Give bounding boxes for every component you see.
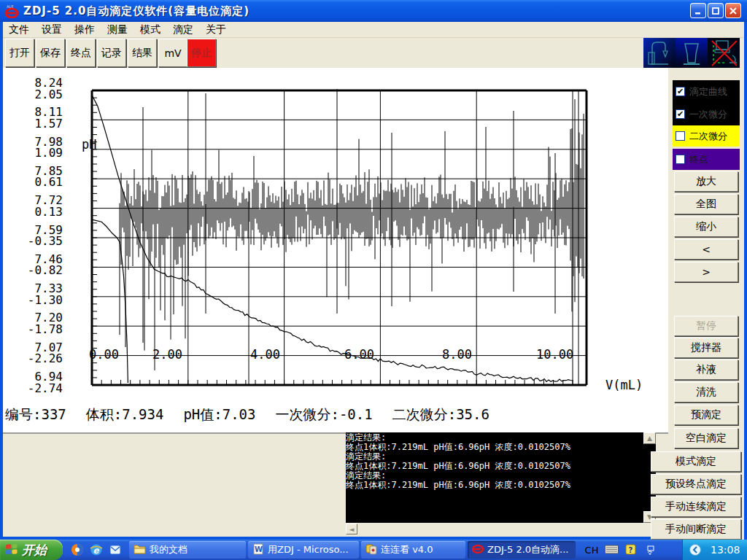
side-button->[interactable]: > — [674, 262, 738, 282]
clock[interactable]: 13:08 — [711, 544, 740, 556]
maximize-button[interactable] — [708, 3, 724, 18]
status-field-二次微分: 二次微分:35.6 — [392, 405, 489, 424]
y-axis-label-pair-8.11: 8.11 1.57 — [18, 106, 63, 129]
y-axis-label-pair-7.46: 7.46 -0.82 — [18, 254, 63, 276]
toolbar-button-终点[interactable]: 终点 — [66, 39, 96, 67]
x-axis-tick-0.00: 0.00 — [89, 347, 119, 362]
side-button-暂停: 暂停 — [674, 316, 738, 336]
side-button-空白滴定[interactable]: 空白滴定 — [674, 428, 738, 448]
keyboard-icon[interactable] — [604, 542, 619, 557]
side-button-补液[interactable]: 补液 — [674, 359, 738, 380]
toolbar-button-保存[interactable]: 保存 — [36, 39, 65, 67]
toolbar-button-结果[interactable]: 结果 — [128, 39, 157, 67]
task-button-ZDJ-5 2.0自动滴...[interactable]: ZDJ-5 2.0自动滴... — [468, 541, 576, 559]
status-field-pH值: pH值:7.03 — [183, 405, 255, 424]
x-axis-tick-10.00: 10.00 — [536, 347, 573, 362]
screen: ALE ZDJ-5 2.0自动滴定仪软件(容量电位滴定) 文件设置操作测量模式滴… — [0, 0, 747, 560]
minimize-button[interactable] — [690, 3, 706, 18]
burette-stand-icon — [643, 38, 676, 68]
help-icon[interactable]: ? — [623, 542, 638, 557]
language-indicator[interactable]: CH — [584, 542, 600, 557]
menu-item-操作[interactable]: 操作 — [74, 23, 95, 36]
y-axis-label-pair-7.20: 7.20 -1.78 — [18, 312, 63, 335]
status-field-一次微分: 一次微分:-0.1 — [275, 405, 372, 424]
task-label: 用ZDJ - Microso... — [268, 543, 349, 556]
toolbar-button-mV[interactable]: mV — [158, 39, 187, 67]
checkbox-二次微分[interactable] — [676, 131, 685, 141]
side-button-缩小[interactable]: 缩小 — [674, 217, 738, 237]
task-button-我的文档[interactable]: 我的文档 — [129, 541, 246, 559]
menu-item-滴定[interactable]: 滴定 — [173, 23, 193, 36]
app-logo-icon: ALE — [4, 4, 19, 18]
svg-text:W: W — [255, 545, 263, 553]
word-icon: W — [252, 543, 264, 557]
close-button[interactable] — [725, 3, 741, 18]
scroll-left-button[interactable]: ◄ — [346, 524, 357, 534]
legend-row-终点: 终点 — [673, 149, 740, 170]
menu-item-文件[interactable]: 文件 — [9, 23, 29, 36]
collapse-window-icon[interactable] — [642, 542, 657, 557]
toolbar-graphics — [643, 38, 740, 68]
taskbar: 开始 13:08 e我的文档W用ZDJ - Microso...连连看 v4.0… — [0, 540, 747, 560]
side-button-清洗[interactable]: 清洗 — [674, 382, 738, 402]
status-field-体积: 体积:7.934 — [86, 405, 164, 424]
side-button-放大[interactable]: 放大 — [674, 171, 738, 192]
beaker-icon — [676, 38, 708, 68]
results-console: 滴定结果: 终点1体积:7.219mL pH值:6.96pH 浓度:0.0102… — [346, 432, 656, 523]
legend-label-终点: 终点 — [689, 153, 708, 166]
start-button[interactable]: 开始 — [0, 540, 63, 560]
toolbar-button-打开[interactable]: 打开 — [5, 39, 34, 67]
wmp-icon[interactable] — [69, 542, 85, 557]
titlebar[interactable]: ALE ZDJ-5 2.0自动滴定仪软件(容量电位滴定) — [0, 0, 747, 22]
toolbar-stop-button[interactable]: 停止 — [187, 39, 216, 67]
scroll-up-button[interactable]: ▲ — [643, 432, 656, 444]
side-button-手动连续滴定[interactable]: 手动连续滴定 — [651, 497, 741, 517]
task-label: 我的文档 — [150, 543, 187, 556]
y-axis-label-pair-7.07: 7.07 -2.26 — [18, 342, 63, 365]
system-tray: 13:08 — [682, 540, 747, 560]
legend-row-一次微分: ✔一次微分 — [673, 103, 740, 125]
msn-icon[interactable] — [107, 542, 123, 557]
task-button-用ZDJ - Microso...[interactable]: W用ZDJ - Microso... — [248, 541, 359, 559]
menu-item-模式[interactable]: 模式 — [140, 23, 160, 36]
x-axis-tick-2.00: 2.00 — [152, 347, 182, 362]
y-axis-label-pair-7.59: 7.59 -0.35 — [18, 225, 63, 247]
menubar: 文件设置操作测量模式滴定关于 — [3, 22, 744, 38]
no-curve-icon — [708, 38, 740, 68]
side-button-预滴定[interactable]: 预滴定 — [674, 405, 738, 425]
toolbar: 打开保存终点记录结果mV停止 — [3, 38, 744, 68]
menu-item-关于[interactable]: 关于 — [206, 23, 226, 36]
toolbar-button-记录[interactable]: 记录 — [97, 39, 126, 67]
y-axis-label-pair-7.98: 7.98 1.09 — [18, 136, 63, 159]
start-label: 开始 — [22, 542, 47, 559]
task-label: 连连看 v4.0 — [381, 543, 433, 556]
hide-icons-button[interactable] — [689, 543, 702, 556]
status-field-编号: 编号:337 — [5, 405, 66, 424]
side-button-预设终点滴定[interactable]: 预设终点滴定 — [651, 474, 741, 494]
task-button-连连看 v4.0[interactable]: 连连看 v4.0 — [361, 541, 465, 559]
checkbox-一次微分[interactable]: ✔ — [676, 109, 685, 119]
console-text: 滴定结果: 终点1体积:7.219mL pH值:6.96pH 浓度:0.0102… — [346, 433, 641, 490]
x-axis-tick-6.00: 6.00 — [344, 347, 374, 362]
side-button-手动间断滴定[interactable]: 手动间断滴定 — [651, 519, 741, 540]
task-label: ZDJ-5 2.0自动滴... — [487, 543, 568, 556]
side-button-搅拌器[interactable]: 搅拌器 — [674, 338, 738, 358]
status-line: 编号:337体积:7.934pH值:7.03一次微分:-0.1二次微分:35.6 — [5, 405, 489, 424]
game-icon — [365, 543, 377, 557]
y-axis-label-pair-7.85: 7.85 0.61 — [18, 166, 63, 188]
app-window: ALE ZDJ-5 2.0自动滴定仪软件(容量电位滴定) 文件设置操作测量模式滴… — [0, 0, 747, 540]
ie-icon[interactable]: e — [88, 542, 104, 557]
side-button-全图[interactable]: 全图 — [674, 194, 738, 214]
side-button-<[interactable]: < — [674, 239, 738, 260]
y-axis-label-pair-6.94: 6.94 -2.74 — [18, 371, 63, 394]
legend-label-一次微分: 一次微分 — [689, 108, 727, 121]
legend-row-滴定曲线: ✔滴定曲线 — [673, 80, 740, 103]
y-axis-label-pair-8.24: 8.24 2.05 — [18, 77, 63, 100]
menu-item-设置[interactable]: 设置 — [42, 23, 62, 36]
x-axis-tick-4.00: 4.00 — [250, 347, 280, 362]
zdj-icon — [472, 543, 484, 557]
menu-item-测量[interactable]: 测量 — [107, 23, 128, 36]
checkbox-终点[interactable] — [676, 155, 685, 164]
checkbox-滴定曲线[interactable]: ✔ — [676, 87, 685, 96]
side-button-模式滴定[interactable]: 模式滴定 — [651, 451, 741, 472]
